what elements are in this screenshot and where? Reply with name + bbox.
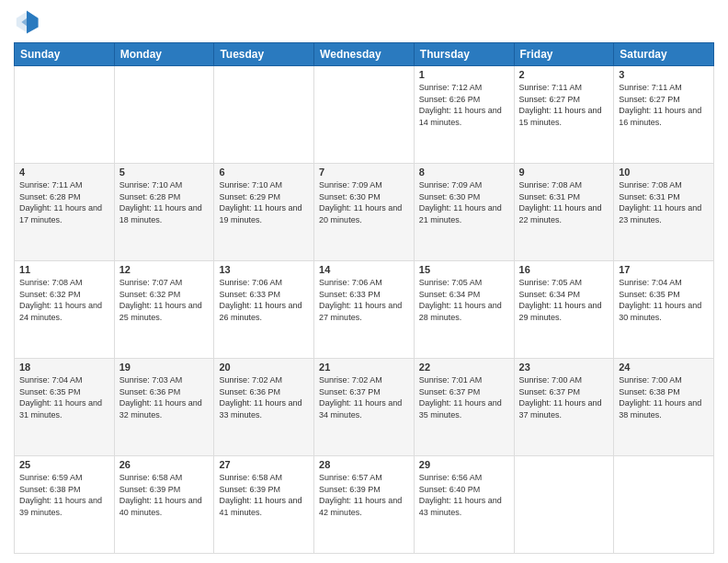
day-cell: 26Sunrise: 6:58 AM Sunset: 6:39 PM Dayli… <box>114 456 214 554</box>
col-header-thursday: Thursday <box>414 43 514 66</box>
day-cell: 25Sunrise: 6:59 AM Sunset: 6:38 PM Dayli… <box>15 456 115 554</box>
day-number: 7 <box>319 167 409 178</box>
day-cell: 27Sunrise: 6:58 AM Sunset: 6:39 PM Dayli… <box>214 456 314 554</box>
day-cell: 18Sunrise: 7:04 AM Sunset: 6:35 PM Dayli… <box>15 359 115 456</box>
day-info: Sunrise: 6:59 AM Sunset: 6:38 PM Dayligh… <box>19 472 109 518</box>
day-cell: 13Sunrise: 7:06 AM Sunset: 6:33 PM Dayli… <box>214 261 314 359</box>
day-info: Sunrise: 6:57 AM Sunset: 6:39 PM Dayligh… <box>319 472 409 518</box>
day-number: 26 <box>119 459 210 470</box>
day-info: Sunrise: 7:08 AM Sunset: 6:31 PM Dayligh… <box>519 179 609 225</box>
day-info: Sunrise: 7:05 AM Sunset: 6:34 PM Dayligh… <box>519 277 609 323</box>
day-cell: 2Sunrise: 7:11 AM Sunset: 6:27 PM Daylig… <box>514 66 614 164</box>
day-info: Sunrise: 7:12 AM Sunset: 6:26 PM Dayligh… <box>419 82 509 128</box>
col-header-monday: Monday <box>114 43 214 66</box>
col-header-friday: Friday <box>514 43 614 66</box>
day-cell <box>114 66 214 164</box>
day-cell <box>15 66 115 164</box>
day-number: 13 <box>219 264 309 275</box>
day-info: Sunrise: 7:02 AM Sunset: 6:36 PM Dayligh… <box>219 374 309 420</box>
day-info: Sunrise: 7:02 AM Sunset: 6:37 PM Dayligh… <box>319 374 409 420</box>
day-cell <box>314 66 415 164</box>
day-number: 16 <box>519 264 609 275</box>
day-cell: 3Sunrise: 7:11 AM Sunset: 6:27 PM Daylig… <box>614 66 714 164</box>
day-info: Sunrise: 7:05 AM Sunset: 6:34 PM Dayligh… <box>419 277 509 323</box>
day-number: 18 <box>19 362 109 373</box>
logo <box>14 9 43 35</box>
day-cell: 7Sunrise: 7:09 AM Sunset: 6:30 PM Daylig… <box>314 164 415 261</box>
day-info: Sunrise: 6:58 AM Sunset: 6:39 PM Dayligh… <box>219 472 309 518</box>
day-number: 11 <box>19 264 109 275</box>
day-info: Sunrise: 7:04 AM Sunset: 6:35 PM Dayligh… <box>619 277 709 323</box>
day-info: Sunrise: 7:08 AM Sunset: 6:31 PM Dayligh… <box>619 179 709 225</box>
week-row-3: 11Sunrise: 7:08 AM Sunset: 6:32 PM Dayli… <box>15 261 714 359</box>
day-cell: 24Sunrise: 7:00 AM Sunset: 6:38 PM Dayli… <box>614 359 714 456</box>
day-cell: 11Sunrise: 7:08 AM Sunset: 6:32 PM Dayli… <box>15 261 115 359</box>
day-cell <box>514 456 614 554</box>
page: SundayMondayTuesdayWednesdayThursdayFrid… <box>0 0 728 563</box>
day-cell: 12Sunrise: 7:07 AM Sunset: 6:32 PM Dayli… <box>114 261 214 359</box>
col-header-saturday: Saturday <box>614 43 714 66</box>
day-cell: 8Sunrise: 7:09 AM Sunset: 6:30 PM Daylig… <box>414 164 514 261</box>
day-info: Sunrise: 7:11 AM Sunset: 6:27 PM Dayligh… <box>519 82 609 128</box>
svg-marker-2 <box>27 10 39 33</box>
day-number: 4 <box>19 167 109 178</box>
day-cell <box>614 456 714 554</box>
day-cell: 14Sunrise: 7:06 AM Sunset: 6:33 PM Dayli… <box>314 261 415 359</box>
day-number: 19 <box>119 362 210 373</box>
day-cell: 23Sunrise: 7:00 AM Sunset: 6:37 PM Dayli… <box>514 359 614 456</box>
day-info: Sunrise: 7:08 AM Sunset: 6:32 PM Dayligh… <box>19 277 109 323</box>
day-number: 14 <box>319 264 409 275</box>
day-info: Sunrise: 6:56 AM Sunset: 6:40 PM Dayligh… <box>419 472 509 518</box>
day-cell: 21Sunrise: 7:02 AM Sunset: 6:37 PM Dayli… <box>314 359 415 456</box>
day-number: 15 <box>419 264 509 275</box>
day-info: Sunrise: 7:00 AM Sunset: 6:37 PM Dayligh… <box>519 374 609 420</box>
day-number: 5 <box>119 167 210 178</box>
day-info: Sunrise: 7:10 AM Sunset: 6:28 PM Dayligh… <box>119 179 210 225</box>
day-cell: 29Sunrise: 6:56 AM Sunset: 6:40 PM Dayli… <box>414 456 514 554</box>
day-number: 27 <box>219 459 309 470</box>
week-row-2: 4Sunrise: 7:11 AM Sunset: 6:28 PM Daylig… <box>15 164 714 261</box>
calendar-table: SundayMondayTuesdayWednesdayThursdayFrid… <box>14 42 714 554</box>
day-number: 20 <box>219 362 309 373</box>
day-cell: 4Sunrise: 7:11 AM Sunset: 6:28 PM Daylig… <box>15 164 115 261</box>
day-info: Sunrise: 7:11 AM Sunset: 6:27 PM Dayligh… <box>619 82 709 128</box>
day-info: Sunrise: 7:06 AM Sunset: 6:33 PM Dayligh… <box>219 277 309 323</box>
day-number: 8 <box>419 167 509 178</box>
day-number: 6 <box>219 167 309 178</box>
day-number: 25 <box>19 459 109 470</box>
day-cell: 17Sunrise: 7:04 AM Sunset: 6:35 PM Dayli… <box>614 261 714 359</box>
day-number: 22 <box>419 362 509 373</box>
week-row-5: 25Sunrise: 6:59 AM Sunset: 6:38 PM Dayli… <box>15 456 714 554</box>
day-number: 23 <box>519 362 609 373</box>
day-info: Sunrise: 7:09 AM Sunset: 6:30 PM Dayligh… <box>319 179 409 225</box>
day-number: 1 <box>419 69 509 80</box>
day-number: 21 <box>319 362 409 373</box>
logo-icon <box>14 9 40 35</box>
day-number: 2 <box>519 69 609 80</box>
header-row: SundayMondayTuesdayWednesdayThursdayFrid… <box>15 43 714 66</box>
day-cell: 1Sunrise: 7:12 AM Sunset: 6:26 PM Daylig… <box>414 66 514 164</box>
day-info: Sunrise: 7:06 AM Sunset: 6:33 PM Dayligh… <box>319 277 409 323</box>
week-row-1: 1Sunrise: 7:12 AM Sunset: 6:26 PM Daylig… <box>15 66 714 164</box>
week-row-4: 18Sunrise: 7:04 AM Sunset: 6:35 PM Dayli… <box>15 359 714 456</box>
day-cell: 10Sunrise: 7:08 AM Sunset: 6:31 PM Dayli… <box>614 164 714 261</box>
day-info: Sunrise: 7:01 AM Sunset: 6:37 PM Dayligh… <box>419 374 509 420</box>
day-cell: 20Sunrise: 7:02 AM Sunset: 6:36 PM Dayli… <box>214 359 314 456</box>
day-number: 10 <box>619 167 709 178</box>
day-number: 17 <box>619 264 709 275</box>
day-cell: 9Sunrise: 7:08 AM Sunset: 6:31 PM Daylig… <box>514 164 614 261</box>
day-number: 24 <box>619 362 709 373</box>
day-info: Sunrise: 7:03 AM Sunset: 6:36 PM Dayligh… <box>119 374 210 420</box>
col-header-sunday: Sunday <box>15 43 115 66</box>
day-number: 29 <box>419 459 509 470</box>
day-number: 3 <box>619 69 709 80</box>
day-info: Sunrise: 7:07 AM Sunset: 6:32 PM Dayligh… <box>119 277 210 323</box>
day-number: 12 <box>119 264 210 275</box>
day-cell: 19Sunrise: 7:03 AM Sunset: 6:36 PM Dayli… <box>114 359 214 456</box>
day-cell: 5Sunrise: 7:10 AM Sunset: 6:28 PM Daylig… <box>114 164 214 261</box>
day-cell: 16Sunrise: 7:05 AM Sunset: 6:34 PM Dayli… <box>514 261 614 359</box>
header <box>14 9 714 35</box>
day-number: 9 <box>519 167 609 178</box>
day-info: Sunrise: 7:11 AM Sunset: 6:28 PM Dayligh… <box>19 179 109 225</box>
day-number: 28 <box>319 459 409 470</box>
